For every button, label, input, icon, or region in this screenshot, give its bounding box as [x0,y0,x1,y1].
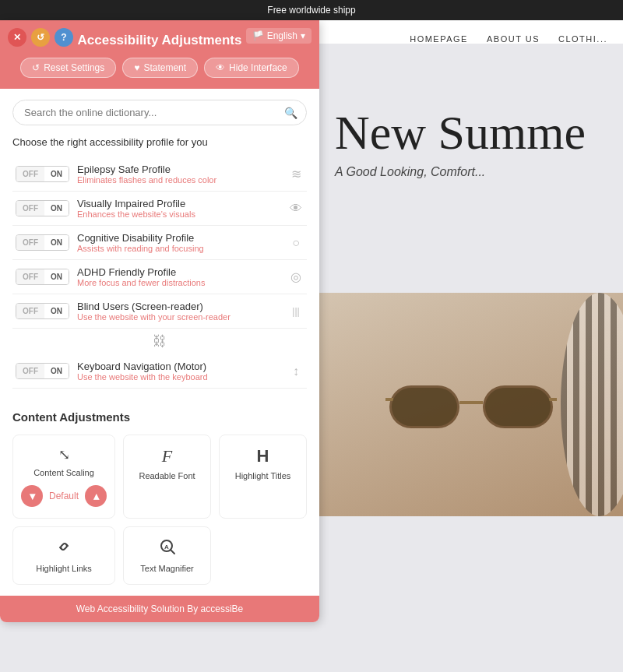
hero-title: New Summe [335,106,615,159]
toggle-on-keyboard[interactable]: ON [44,364,69,378]
panel-body: 🔍 Choose the right accessibility profile… [0,89,319,399]
statement-icon: ♥ [134,62,139,73]
adj-content-scaling[interactable]: ⤡ Content Scaling ▾ Default ▴ [12,435,115,519]
nav-homepage[interactable]: HOMEPAGE [410,34,468,44]
profile-info-epilepsy: Epilepsy Safe Profile Eliminates flashes… [77,164,280,185]
profile-desc-cognitive: Assists with reading and focusing [77,244,280,253]
adj-links-label: Highlight Links [36,564,92,573]
reset-icon: ↺ [32,62,40,73]
toggle-on-cognitive[interactable]: ON [44,235,69,250]
svg-rect-5 [392,388,457,426]
toggle-off-visual[interactable]: OFF [16,201,44,216]
cognitive-icon: ○ [288,236,304,250]
help-button[interactable]: ? [55,28,73,47]
accessibility-panel: f t g+ in ◎ ✕ ↺ ? 🏳️ English ▾ Accessibi… [0,20,319,622]
highlight-titles-icon: H [257,446,269,466]
scaling-control: ▾ Default ▴ [21,485,107,507]
toggle-off-blind[interactable]: OFF [16,304,44,318]
scale-down-button[interactable]: ▾ [21,485,43,507]
toggle-visual: OFF ON [16,200,69,216]
hero-text-block: New Summe A Good Looking, Comfort... SHO… [335,106,615,179]
statement-label: Statement [143,62,186,73]
profile-name-keyboard: Keyboard Navigation (Motor) [77,361,280,372]
toggle-off-keyboard[interactable]: OFF [16,364,44,378]
search-input[interactable] [12,100,307,125]
profile-info-blind: Blind Users (Screen-reader) Use the webs… [77,301,280,322]
adj-highlight-links[interactable]: Highlight Links [12,526,115,585]
chain-icon: ⛓ [153,333,167,350]
profile-name-blind: Blind Users (Screen-reader) [77,301,280,312]
profile-list: OFF ON Epilepsy Safe Profile Eliminates … [12,157,307,389]
links-svg [55,538,72,555]
adj-titles-label: Highlight Titles [235,471,291,480]
visual-icon: 👁 [288,202,304,216]
panel-footer: Web Accessibility Solution By accessiBe [0,596,319,622]
blind-icon: ||| [288,306,304,317]
footer-text: Web Accessibility Solution By accessiBe [76,603,244,614]
toggle-keyboard: OFF ON [16,363,69,379]
profile-name-visual: Visually Impaired Profile [77,198,280,209]
profile-desc-epilepsy: Eliminates flashes and reduces color [77,175,280,185]
readable-font-icon: F [162,446,172,466]
scaling-icon: ⤡ [58,446,70,463]
toggle-adhd: OFF ON [16,269,69,285]
content-adjustments-section: Content Adjustments ⤡ Content Scaling ▾ … [0,399,319,596]
flag-icon: 🏳️ [252,30,264,41]
profile-name-epilepsy: Epilepsy Safe Profile [77,164,280,175]
adj-readable-font[interactable]: F Readable Font [123,435,211,519]
statement-button[interactable]: ♥ Statement [122,58,198,78]
refresh-button[interactable]: ↺ [31,28,50,47]
search-icon: 🔍 [284,107,297,119]
panel-action-buttons: ↺ Reset Settings ♥ Statement 👁 Hide Inte… [16,58,304,78]
hero-subtitle: A Good Looking, Comfort... [335,165,615,179]
toggle-on-adhd[interactable]: ON [44,269,69,284]
hero-section: New Summe A Good Looking, Comfort... SHO… [319,44,623,672]
toggle-on-visual[interactable]: ON [44,201,69,216]
toggle-off-adhd[interactable]: OFF [16,269,44,284]
toggle-off-cognitive[interactable]: OFF [16,235,44,250]
toggle-off-epilepsy[interactable]: OFF [16,167,44,181]
profile-desc-visual: Enhances the website's visuals [77,209,280,219]
profile-info-visual: Visually Impaired Profile Enhances the w… [77,198,280,219]
adj-font-label: Readable Font [139,471,195,480]
profile-info-cognitive: Cognitive Disability Profile Assists wit… [77,232,280,253]
profile-name-adhd: ADHD Friendly Profile [77,266,280,278]
profile-desc-adhd: More focus and fewer distractions [77,278,280,287]
sunglasses-svg [385,370,557,440]
language-label: English [267,30,297,41]
svg-text:A: A [164,544,169,551]
reset-settings-button[interactable]: ↺ Reset Settings [20,58,116,78]
profile-name-cognitive: Cognitive Disability Profile [77,232,280,244]
content-adjustments-title: Content Adjustments [12,410,307,424]
profile-desc-keyboard: Use the website with the keyboard [77,372,280,382]
scale-up-button[interactable]: ▴ [85,485,107,507]
adj-highlight-titles[interactable]: H Highlight Titles [219,435,307,519]
reset-label: Reset Settings [44,62,104,73]
hide-interface-button[interactable]: 👁 Hide Interface [204,58,299,78]
link-divider-icon: ⛓ [12,329,307,354]
panel-header: ✕ ↺ ? 🏳️ English ▾ Accessibility Adjustm… [0,20,319,89]
adj-scaling-label: Content Scaling [33,468,94,477]
highlight-links-icon [55,538,72,559]
scale-default-label: Default [49,491,79,501]
profile-info-keyboard: Keyboard Navigation (Motor) Use the webs… [77,361,280,382]
sunglasses-image [319,293,623,516]
nav-clothing[interactable]: CLOTHI... [558,34,607,44]
toggle-on-epilepsy[interactable]: ON [44,167,69,181]
language-selector[interactable]: 🏳️ English ▾ [246,28,312,44]
announcement-bar: Free worldwide shipp [0,0,623,20]
adj-text-magnifier[interactable]: A Text Magnifier [123,526,211,585]
close-button[interactable]: ✕ [8,28,26,47]
profile-info-adhd: ADHD Friendly Profile More focus and few… [77,266,280,287]
svg-rect-6 [485,388,551,426]
profile-item-epilepsy: OFF ON Epilepsy Safe Profile Eliminates … [12,157,307,192]
svg-line-9 [171,550,174,554]
text-magnifier-icon: A [159,538,176,559]
toggle-on-blind[interactable]: ON [44,304,69,318]
eye-icon: 👁 [216,62,225,73]
toggle-blind: OFF ON [16,303,69,319]
nav-about[interactable]: ABOUT US [487,34,540,44]
magnifier-svg: A [159,538,176,555]
hide-label: Hide Interface [229,62,287,73]
adhd-icon: ◎ [288,269,304,284]
